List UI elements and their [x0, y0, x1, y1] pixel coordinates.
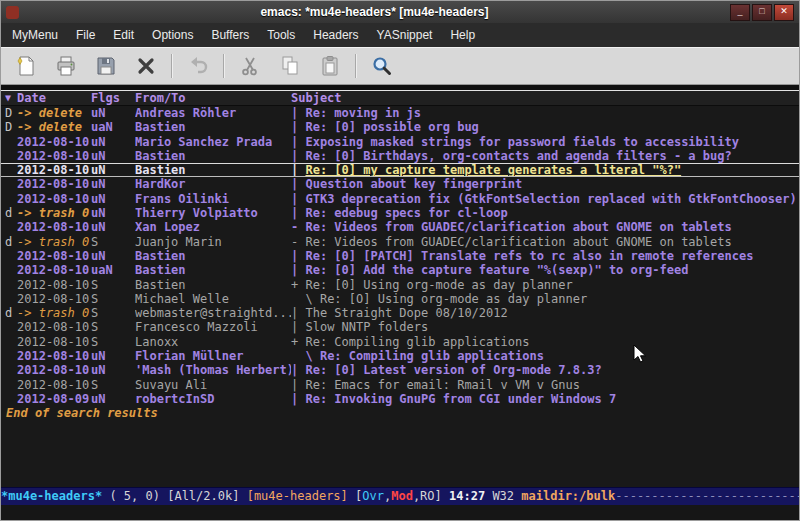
- thread-indicator: |: [291, 378, 305, 392]
- column-header-subject[interactable]: Subject: [291, 91, 799, 105]
- message-flags: uaN: [91, 263, 135, 277]
- column-header-from[interactable]: From/To: [135, 91, 291, 105]
- message-row[interactable]: 2012-08-10 uN Bastien | Re: [0] Birthday…: [1, 149, 799, 163]
- modeline-segment: RO]: [420, 489, 442, 503]
- thread-indicator: |: [291, 320, 305, 334]
- message-subject-cell: | Re: moving in js: [291, 106, 799, 120]
- paste-button[interactable]: [313, 50, 347, 82]
- message-row[interactable]: 2012-08-10 S Michael Welle \ Re: [O] Usi…: [1, 292, 799, 306]
- message-subject: Re: Videos from GUADEC/clarification abo…: [305, 220, 731, 234]
- undo-button[interactable]: [181, 50, 215, 82]
- message-row[interactable]: 2012-08-10 uN Mario Sanchez Prada | Expo…: [1, 135, 799, 149]
- close-button[interactable]: ✕: [774, 4, 794, 21]
- message-row[interactable]: 2012-08-10 S Lanoxx + Re: Compiling glib…: [1, 335, 799, 349]
- message-subject-cell: | Re: [0] Birthdays, org-contacts and ag…: [291, 149, 799, 163]
- message-row[interactable]: D -> delete uN Andreas Röhler | Re: movi…: [1, 106, 799, 120]
- message-mark: [1, 392, 17, 406]
- thread-indicator: -: [291, 220, 305, 234]
- message-flags: uN: [91, 164, 135, 176]
- message-date: -> trash 0: [17, 235, 91, 249]
- message-from: Frans Oilinki: [135, 192, 291, 206]
- menu-item-help[interactable]: Help: [441, 23, 484, 47]
- message-row[interactable]: 2012-08-10 uN Florian Müllner \ Re: Comp…: [1, 349, 799, 363]
- message-row[interactable]: 2012-08-10 S Bastien + Re: [0] Using org…: [1, 278, 799, 292]
- menu-item-edit[interactable]: Edit: [104, 23, 143, 47]
- message-from: Xan Lopez: [135, 220, 291, 234]
- menu-bar: MyMenuFileEditOptionsBuffersToolsHeaders…: [1, 23, 799, 47]
- message-row[interactable]: 2012-08-10 uaN Bastien | Re: [0] Add the…: [1, 263, 799, 277]
- cut-button[interactable]: [233, 50, 267, 82]
- message-subject-cell: | Re: [0] possible org bug: [291, 120, 799, 134]
- message-flags: uN: [91, 106, 135, 120]
- message-date: 2012-08-10: [17, 335, 91, 349]
- message-subject: Slow NNTP folders: [305, 320, 428, 334]
- message-from: webmaster@straightd...: [135, 306, 291, 320]
- message-row[interactable]: 2012-08-10 S Francesco Mazzoli | Slow NN…: [1, 320, 799, 334]
- window-title: emacs: *mu4e-headers* [mu4e-headers]: [19, 5, 730, 19]
- message-row[interactable]: d -> trash 0 S webmaster@straightd... | …: [1, 306, 799, 320]
- message-row[interactable]: 2012-08-09 uN robertcInSD | Re: Invoking…: [1, 392, 799, 406]
- minimize-button[interactable]: _: [730, 4, 750, 21]
- menu-item-headers[interactable]: Headers: [304, 23, 367, 47]
- message-mark: [1, 292, 17, 306]
- menu-item-tools[interactable]: Tools: [258, 23, 304, 47]
- message-row[interactable]: 2012-08-10 uN Bastien | Re: [0] [PATCH] …: [1, 249, 799, 263]
- end-of-search-results: End of search results: [1, 406, 799, 420]
- message-row[interactable]: d -> trash 0 S Juanjo Marin - Re: Videos…: [1, 235, 799, 249]
- message-row[interactable]: 2012-08-10 S Suvayu Ali | Re: Emacs for …: [1, 378, 799, 392]
- menu-item-buffers[interactable]: Buffers: [202, 23, 258, 47]
- message-subject-cell: | Re: [0] [PATCH] Translate refs to rc a…: [291, 249, 799, 263]
- message-row[interactable]: 2012-08-10 uN Frans Oilinki | GTK3 depre…: [1, 192, 799, 206]
- thread-indicator: |: [291, 249, 305, 263]
- message-mark: D: [1, 106, 17, 120]
- message-from: Andreas Röhler: [135, 106, 291, 120]
- message-subject-cell: | Re: Emacs for email: Rmail v VM v Gnus: [291, 378, 799, 392]
- undo-icon: [186, 54, 210, 78]
- message-subject-cell: \ Re: Compiling glib applications: [291, 349, 799, 363]
- echo-area[interactable]: [1, 505, 799, 520]
- message-row[interactable]: 2012-08-10 uN Xan Lopez - Re: Videos fro…: [1, 220, 799, 234]
- column-header-date[interactable]: Date: [17, 91, 91, 105]
- message-mark: [1, 135, 17, 149]
- new-file-button[interactable]: [9, 50, 43, 82]
- message-row[interactable]: 2012-08-10 uN Bastien | Re: [0] my captu…: [1, 163, 799, 177]
- message-mark: [1, 263, 17, 277]
- message-from: 'Mash (Thomas Herbert): [135, 363, 291, 377]
- menu-item-options[interactable]: Options: [143, 23, 202, 47]
- message-date: 2012-08-10: [17, 320, 91, 334]
- message-row[interactable]: D -> delete uaN Bastien | Re: [0] possib…: [1, 120, 799, 134]
- save-button[interactable]: [89, 50, 123, 82]
- message-mark: [1, 249, 17, 263]
- message-date: 2012-08-10: [17, 378, 91, 392]
- message-mark: [1, 164, 17, 176]
- message-mark: [1, 278, 17, 292]
- thread-indicator: |: [291, 120, 305, 134]
- message-mark: d: [1, 306, 17, 320]
- message-date: 2012-08-10: [17, 363, 91, 377]
- column-header-flags[interactable]: Flgs: [91, 91, 135, 105]
- message-row[interactable]: d -> trash 0 uN Thierry Volpiatto | Re: …: [1, 206, 799, 220]
- message-date: 2012-08-09: [17, 392, 91, 406]
- message-row[interactable]: 2012-08-10 uN HardKor | Question about k…: [1, 177, 799, 191]
- thread-indicator: |: [291, 177, 305, 191]
- modeline-segment: [mu4e-headers]: [247, 489, 348, 503]
- maximize-button[interactable]: □: [752, 4, 772, 21]
- message-subject-cell: | The Straight Dope 08/10/2012: [291, 306, 799, 320]
- copy-icon: [278, 54, 302, 78]
- menu-item-file[interactable]: File: [67, 23, 104, 47]
- copy-button[interactable]: [273, 50, 307, 82]
- close-buffer-button[interactable]: [129, 50, 163, 82]
- message-subject: Exposing masked strings for password fie…: [305, 135, 738, 149]
- menu-item-yasnippet[interactable]: YASnippet: [368, 23, 442, 47]
- message-from: Mario Sanchez Prada: [135, 135, 291, 149]
- search-button[interactable]: [365, 50, 399, 82]
- modeline-segment: W32: [485, 489, 521, 503]
- message-row[interactable]: 2012-08-10 uN 'Mash (Thomas Herbert) | R…: [1, 363, 799, 377]
- message-flags: uaN: [91, 120, 135, 134]
- message-flags: uN: [91, 220, 135, 234]
- message-flags: S: [91, 292, 135, 306]
- message-date: 2012-08-10: [17, 220, 91, 234]
- message-flags: uN: [91, 149, 135, 163]
- print-button[interactable]: [49, 50, 83, 82]
- menu-item-mymenu[interactable]: MyMenu: [3, 23, 67, 47]
